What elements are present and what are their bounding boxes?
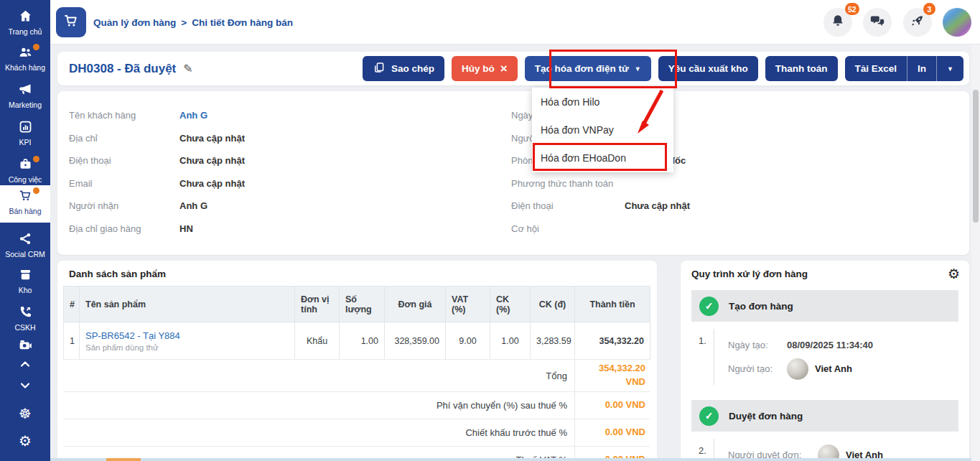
workflow-step-header: ✓ Tạo đơn hàng [691, 290, 958, 322]
details-left-column: Tên khách hàngAnh G Địa chỉChưa cập nhật… [69, 104, 471, 240]
detail-row: EmailChưa cập nhật [69, 172, 471, 195]
help-wheel-icon: ☸ [19, 406, 32, 422]
settings-button[interactable]: ⚙ [0, 433, 50, 449]
sidebar-item-label: KPI [19, 138, 32, 146]
breadcrumb-section[interactable]: Quản lý đơn hàng [93, 17, 176, 28]
bell-icon [830, 13, 846, 32]
module-cart-button[interactable] [56, 7, 86, 37]
vertical-scrollbar-thumb[interactable] [973, 90, 979, 223]
bottom-strip [50, 458, 971, 461]
step-number: 1. [699, 335, 706, 346]
warehouse-box-icon [18, 267, 33, 284]
product-name-link[interactable]: SP-BR6542 - Tại Y884 [85, 330, 289, 341]
product-index: 1 [64, 322, 80, 360]
detail-row: Tên khách hàngAnh G [69, 104, 471, 127]
sidebar-item-label: Kho [19, 286, 32, 294]
sidebar-item-label: Khách hàng [5, 63, 45, 72]
workflow-field-row: Người tạo: Viet Anh [728, 357, 958, 381]
products-section-title: Danh sách sản phẩm [69, 269, 166, 279]
detail-row: Người nhậnAnh G [69, 195, 471, 218]
edit-pencil-icon[interactable]: ✎ [183, 62, 192, 75]
customer-name-link[interactable]: Anh G [179, 110, 207, 121]
total-row-grand: Tổng 354,332.20 VND [63, 359, 650, 391]
einvoice-dropdown-menu: Hóa đơn Hilo Hóa đơn VNPay Hóa đơn EHoaD… [532, 88, 673, 172]
more-actions-caret[interactable]: ▼ [936, 56, 963, 81]
col-header-discount-amt: CK (đ) [531, 287, 575, 322]
sidebar-scroll-down[interactable] [0, 378, 50, 396]
col-header-price: Đơn giá [385, 287, 446, 322]
order-detail-screen: Trang chủ Khách hàng Marketing KPI Công … [0, 0, 980, 461]
product-line-total: 354,332.20 [575, 322, 650, 360]
col-header-name: Tên sản phẩm [80, 287, 295, 322]
sidebar-item-label: CSKH [14, 323, 35, 332]
col-header-discount-pct: CK (%) [490, 287, 531, 322]
sidebar-item-social-crm[interactable]: Social CRM [0, 228, 50, 259]
menu-item-hoa-don-ehoadon[interactable]: Hóa đơn EHoaDon [532, 144, 673, 172]
sidebar-item-trang-chu[interactable]: Trang chủ [0, 6, 50, 36]
bottom-strip-orange-segment [106, 458, 141, 461]
camera-icon [18, 337, 33, 355]
user-avatar[interactable] [943, 8, 971, 37]
order-details-card: Tên khách hàngAnh G Địa chỉChưa cập nhật… [57, 91, 969, 255]
sidebar-item-kho[interactable]: Kho [0, 264, 50, 294]
sidebar-item-cong-viec[interactable]: Công việc [0, 154, 50, 184]
col-header-qty: Số lượng [340, 287, 385, 322]
kpi-chart-icon [18, 119, 33, 136]
col-header-vat: VAT (%) [446, 287, 490, 322]
sidebar-item-khach-hang[interactable]: Khách hàng [0, 42, 50, 72]
download-excel-button[interactable]: Tải Excel [845, 56, 907, 81]
workflow-step-header: ✓ Duyệt đơn hàng [691, 400, 958, 432]
notification-dot [33, 44, 39, 50]
product-price: 328,359.00 [385, 322, 446, 360]
detail-row: Điện thoạiChưa cập nhật [69, 149, 471, 172]
product-vat: 9.00 [446, 322, 490, 360]
grand-total-amount: 354,332.20 [599, 362, 645, 376]
detail-row: Cơ hội [511, 218, 956, 241]
workflow-title: Quy trình xử lý đơn hàng [691, 269, 808, 279]
order-header-card: DH0308 - Đã duyệt ✎ Sao chép Hủy bỏ × Tạ… [57, 52, 969, 85]
check-icon: ✓ [699, 406, 719, 426]
copy-icon [373, 61, 386, 76]
share-icon [18, 231, 33, 248]
sidebar-item-ban-hang[interactable]: Bán hàng [0, 185, 50, 223]
home-icon [18, 9, 33, 25]
copy-button[interactable]: Sao chép [363, 56, 444, 81]
messages-button[interactable] [863, 8, 892, 37]
support-button[interactable]: ☸ [0, 406, 50, 422]
rocket-icon [910, 13, 925, 32]
phone-support-icon [18, 304, 33, 321]
export-print-group: Tải Excel In ▼ [845, 56, 963, 81]
sidebar-item-kpi[interactable]: KPI [0, 116, 50, 146]
request-export-button[interactable]: Yêu cầu xuất kho [658, 56, 758, 81]
payment-button[interactable]: Thanh toán [765, 56, 838, 81]
product-unit: Khẩu [295, 322, 340, 360]
sidebar-item-marketing[interactable]: Marketing [0, 79, 50, 109]
check-icon: ✓ [699, 297, 719, 316]
product-discount-amt: 3,283.59 [531, 322, 575, 360]
sidebar-item-cskh[interactable]: CSKH [0, 302, 50, 332]
workflow-field-row: Ngày tạo: 08/09/2025 11:34:40 [728, 333, 958, 357]
camera-button[interactable] [0, 337, 50, 355]
products-table: # Tên sản phẩm Đơn vị tính Số lượng Đơn … [63, 286, 650, 360]
cancel-button[interactable]: Hủy bỏ × [452, 56, 518, 81]
col-header-total: Thành tiền [575, 287, 650, 322]
create-einvoice-button[interactable]: Tạo hóa đơn điện tử ▼ [525, 56, 651, 81]
sidebar-item-label: Social CRM [5, 250, 45, 259]
sidebar-scroll-up[interactable] [0, 357, 50, 374]
chevron-up-icon [18, 357, 32, 374]
menu-item-hoa-don-vnpay[interactable]: Hóa đơn VNPay [532, 116, 673, 144]
gear-icon: ⚙ [19, 433, 32, 449]
breadcrumb-separator: > [181, 17, 187, 28]
page-title: DH0308 - Đã duyệt [69, 62, 176, 76]
grand-total-currency: VND [626, 376, 645, 389]
print-button[interactable]: In [907, 56, 936, 81]
product-description: Sản phẩm dùng thử [85, 343, 289, 352]
workflow-settings-gear-icon[interactable]: ⚙ [948, 266, 960, 282]
menu-item-hoa-don-hilo[interactable]: Hóa đơn Hilo [532, 88, 673, 116]
product-row: 1 SP-BR6542 - Tại Y884 Sản phẩm dùng thử… [64, 322, 650, 360]
col-header-index: # [64, 287, 80, 322]
creator-avatar [787, 358, 808, 380]
total-row-shipping: Phí vận chuyển (%) sau thuế % 0.00 VND [63, 391, 650, 419]
notification-dot [33, 187, 39, 194]
detail-row: Địa chỉChưa cập nhật [69, 127, 471, 150]
